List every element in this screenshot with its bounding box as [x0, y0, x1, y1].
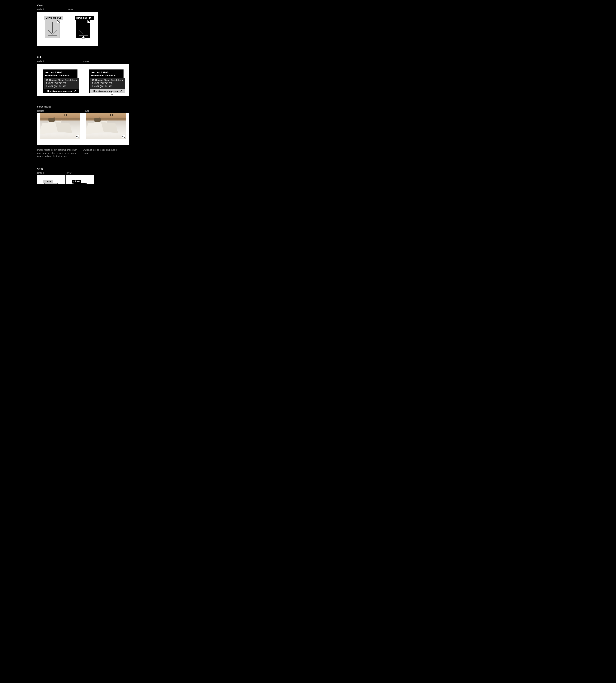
- close-section: Close Default Hover Close Close: [37, 168, 616, 184]
- section-title: Close: [37, 168, 616, 170]
- card-details: 79 Caritas Street Bethlehem T +972 (2) 2…: [90, 78, 125, 89]
- external-link-icon: [120, 90, 122, 92]
- document-download-icon: [76, 20, 90, 38]
- org-location: Bethlehem, Palestine: [45, 74, 75, 77]
- state-label-default: Default: [37, 172, 65, 174]
- panel-hover: Close: [65, 175, 94, 184]
- card-header: AAU ANASTAS Bethlehem, Palestine: [43, 69, 78, 78]
- panel-hover: [83, 113, 129, 145]
- panel-default: Close: [37, 175, 65, 184]
- panel-default: AAU ANASTAS Bethlehem, Palestine 79 Cari…: [37, 64, 83, 96]
- panels: [37, 113, 616, 145]
- address-line: 79 Caritas Street Bethlehem: [92, 79, 123, 82]
- download-pdf-label: Download PDF: [44, 16, 63, 20]
- org-name: AAU ANASTAS: [45, 71, 75, 74]
- close-x-icon: [71, 183, 88, 184]
- captions: Image resize icon in bottom right corner…: [37, 148, 616, 158]
- panels: Close Close: [37, 175, 616, 184]
- download-pdf-button-hover[interactable]: Download PDF: [76, 20, 90, 38]
- image-thumbnail[interactable]: [86, 113, 126, 139]
- image-thumbnail[interactable]: [40, 113, 80, 139]
- fax-line: F +972 (2) 2741333: [92, 85, 123, 88]
- resize-handle-icon[interactable]: [76, 135, 79, 138]
- state-labels: Default Hover: [37, 8, 616, 11]
- panel-hover: AAU ANASTAS Bethlehem, Palestine 79 Cari…: [83, 64, 129, 96]
- state-label-resize: Resize: [37, 110, 83, 112]
- tel-line: T +972 (2) 2741255: [92, 82, 123, 85]
- address-line: 79 Caritas Street Bethlehem: [46, 79, 77, 82]
- panels: AAU ANASTAS Bethlehem, Palestine 79 Cari…: [37, 64, 616, 96]
- close-x-icon: [43, 183, 59, 184]
- org-location: Bethlehem, Palestine: [91, 74, 122, 77]
- email-text: office@aauanastas.com: [46, 90, 72, 92]
- tel-line: T +972 (2) 2741255: [46, 82, 77, 85]
- state-labels: Resize Hover: [37, 110, 616, 112]
- state-labels: Default Hover: [37, 172, 616, 174]
- download-pdf-label: Download PDF: [75, 16, 94, 20]
- document-download-icon: [45, 20, 60, 38]
- card-details: 79 Caritas Street Bethlehem T +972 (2) 2…: [44, 78, 79, 89]
- caption-left: Image resize icon in bottom right corner…: [37, 148, 78, 158]
- external-link-icon: [74, 90, 76, 92]
- caption-right: Switch cursor to resize on hover of corn…: [83, 148, 124, 158]
- panel-default: Download PDF: [37, 12, 68, 46]
- state-label-default: Default: [37, 60, 83, 63]
- email-link-hover[interactable]: office@aauanastas.com: [90, 89, 125, 93]
- close-button-hover[interactable]: Close: [72, 180, 81, 183]
- section-title: Close: [37, 4, 616, 6]
- email-link[interactable]: office@aauanastas.com: [44, 89, 79, 93]
- panel-resize: [37, 113, 83, 145]
- close-label: Close: [72, 180, 81, 183]
- close-button[interactable]: Close: [43, 180, 52, 183]
- pointer-cursor-icon: [82, 36, 85, 39]
- close-label: Close: [43, 180, 52, 183]
- state-label-hover: Hover: [68, 8, 98, 11]
- download-pdf-section: Close Default Hover Download PDF Downloa…: [37, 4, 616, 46]
- pointer-cursor-icon: [111, 91, 113, 95]
- state-label-hover: Hover: [65, 172, 94, 174]
- card-header: AAU ANASTAS Bethlehem, Palestine: [89, 69, 124, 78]
- panel-hover: Download PDF: [68, 12, 98, 46]
- image-resize-section: Image Resize Resize Hover: [37, 105, 616, 158]
- state-labels: Default Hover: [37, 60, 616, 63]
- panels: Download PDF Download PDF: [37, 12, 616, 46]
- org-name: AAU ANASTAS: [91, 71, 122, 74]
- state-label-hover: Hover: [83, 60, 129, 63]
- resize-cursor-icon: [124, 137, 126, 139]
- section-title: Image Resize: [37, 105, 616, 108]
- section-title: Links: [37, 56, 616, 59]
- contact-card: AAU ANASTAS Bethlehem, Palestine 79 Cari…: [43, 69, 78, 93]
- download-pdf-button[interactable]: Download PDF: [45, 20, 60, 38]
- contact-card: AAU ANASTAS Bethlehem, Palestine 79 Cari…: [89, 69, 124, 93]
- email-text: office@aauanastas.com: [92, 90, 118, 92]
- fax-line: F +972 (2) 2741333: [46, 85, 77, 88]
- state-label-default: Default: [37, 8, 68, 11]
- links-section: Links Default Hover AAU ANASTAS Bethlehe…: [37, 56, 616, 96]
- state-label-hover: Hover: [83, 110, 129, 112]
